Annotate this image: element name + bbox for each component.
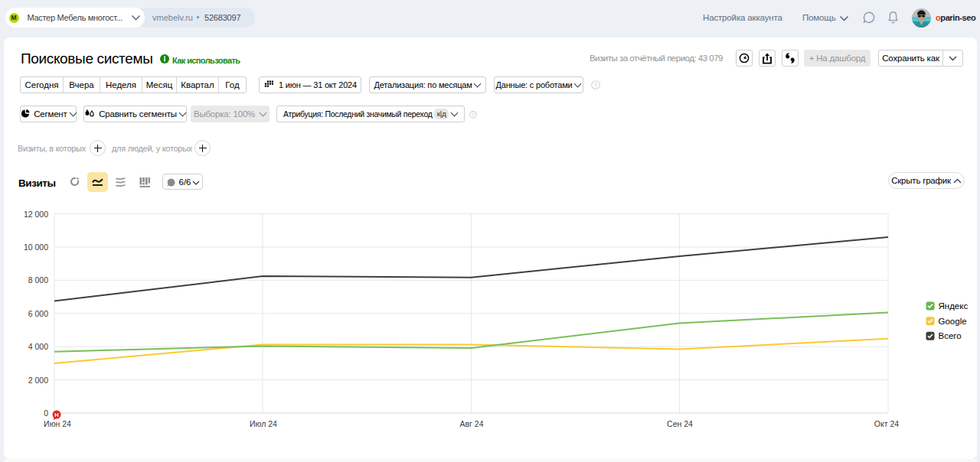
svg-text:Всего: Всего (939, 331, 962, 340)
svg-text:0: 0 (44, 408, 48, 418)
svg-text:Н: Н (54, 412, 58, 418)
svg-text:Июл 24: Июл 24 (250, 419, 277, 428)
svg-text:4 000: 4 000 (28, 342, 48, 351)
svg-text:Google: Google (939, 317, 967, 326)
svg-text:Окт 24: Окт 24 (874, 419, 899, 428)
svg-text:Авг 24: Авг 24 (459, 419, 483, 428)
svg-text:6 000: 6 000 (28, 309, 48, 318)
svg-text:Июн 24: Июн 24 (44, 419, 71, 428)
svg-text:12 000: 12 000 (24, 210, 48, 219)
svg-text:Яндекс: Яндекс (939, 301, 969, 311)
svg-text:8 000: 8 000 (28, 275, 48, 285)
svg-text:Сен 24: Сен 24 (667, 419, 693, 428)
svg-text:10 000: 10 000 (24, 242, 48, 252)
svg-text:?: ? (472, 112, 475, 118)
svg-text:2 000: 2 000 (28, 376, 48, 385)
svg-text:?: ? (594, 82, 598, 89)
